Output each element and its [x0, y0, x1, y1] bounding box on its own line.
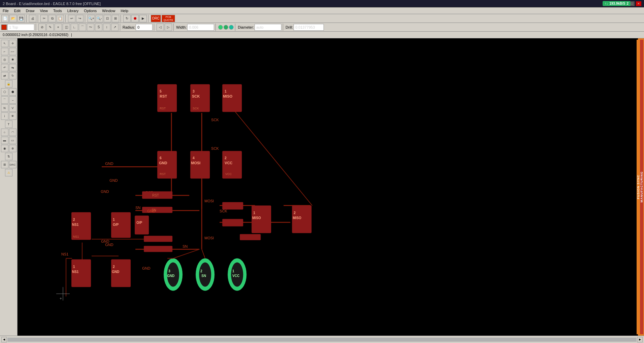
menu-help[interactable]: Help: [118, 8, 131, 13]
run-button[interactable]: ▶: [139, 15, 147, 22]
scroll-right-button[interactable]: ▶: [637, 337, 643, 342]
scroll-track[interactable]: [7, 338, 637, 342]
draw-tool3[interactable]: ⌖: [55, 24, 62, 31]
select-tool[interactable]: ↖: [1, 40, 8, 47]
draw-tool4[interactable]: ◫: [63, 24, 70, 31]
grid-tool[interactable]: ⊞: [1, 161, 8, 168]
info-button[interactable]: DRC: [151, 15, 161, 22]
radius-input[interactable]: [136, 24, 152, 31]
svg-text:MOSI: MOSI: [204, 236, 214, 240]
show-tool[interactable]: 👁: [9, 112, 16, 120]
paste-button[interactable]: 📋: [57, 15, 64, 22]
mirror[interactable]: ⇄: [1, 72, 8, 79]
route-single[interactable]: ⌐: [1, 48, 8, 55]
fanout[interactable]: ✱: [9, 56, 16, 63]
layer-select[interactable]: 1 Top: [7, 24, 34, 31]
svg-text:3: 3: [193, 90, 195, 93]
lt-row1: ↖ ✛: [1, 40, 16, 47]
new-button[interactable]: 📄: [1, 15, 9, 22]
arc-tool[interactable]: ⌣: [9, 96, 16, 104]
draw-tool9[interactable]: ↕: [103, 24, 110, 31]
wire-tool[interactable]: ⌒: [1, 96, 8, 104]
stop-button[interactable]: ⬟: [131, 15, 139, 22]
refresh-button[interactable]: ↻: [123, 15, 131, 22]
menu-tools[interactable]: Tools: [50, 8, 65, 13]
redo-button[interactable]: ↪: [76, 15, 83, 22]
rect-tool2[interactable]: ▭: [9, 137, 16, 144]
info-tool[interactable]: i: [1, 112, 8, 120]
menu-options[interactable]: Options: [81, 8, 99, 13]
autoroute[interactable]: ⇆: [9, 64, 16, 71]
sep-l6: [235, 24, 236, 31]
close-button[interactable]: ✕: [636, 1, 641, 6]
menu-edit[interactable]: Edit: [11, 8, 23, 13]
menu-draw[interactable]: Draw: [23, 8, 37, 13]
color-green1[interactable]: [218, 25, 223, 30]
move2[interactable]: ⇅: [5, 153, 12, 160]
name-tool[interactable]: N: [1, 104, 8, 112]
polygon-tool[interactable]: ⬡: [1, 88, 8, 96]
zoom-in-button[interactable]: 🔍+: [88, 15, 95, 22]
rect-tool[interactable]: ▬: [1, 137, 8, 144]
warn-tool[interactable]: ⚠: [5, 169, 12, 176]
pcb-quote-button[interactable]: PCB QUOTE: [162, 15, 175, 22]
undo-button[interactable]: ↩: [68, 15, 75, 22]
draw-tool7[interactable]: 〜: [87, 24, 94, 31]
polygon-split[interactable]: ⬢: [9, 88, 16, 96]
draw-tool2[interactable]: ✎: [46, 24, 54, 31]
width-select[interactable]: 0.006: [187, 24, 214, 31]
text-tool[interactable]: T: [5, 121, 12, 128]
svg-text:3: 3: [168, 269, 170, 273]
circle-tool[interactable]: ○: [1, 129, 8, 136]
pad-tool[interactable]: ⊕: [9, 145, 16, 152]
layer-color-btn[interactable]: [1, 25, 7, 30]
zoom-out-button[interactable]: 🔍-: [96, 15, 103, 22]
drill-select[interactable]: 0.01377953: [294, 24, 324, 31]
menu-library[interactable]: Library: [65, 8, 81, 13]
color-green3[interactable]: [229, 25, 234, 30]
fusion-sync-tab[interactable]: FUSION SYNC: [637, 40, 640, 334]
svg-text:SN: SN: [182, 244, 188, 248]
hole-tool[interactable]: ◉: [1, 145, 8, 152]
cut-button[interactable]: ✂: [40, 15, 48, 22]
lt-row13: ▬ ▭: [1, 137, 16, 144]
route-multi[interactable]: ⌐⌐: [9, 48, 16, 55]
draw-tool10[interactable]: ↗: [111, 24, 118, 31]
svg-text:5: 5: [160, 90, 162, 93]
draw-tool5[interactable]: ∟: [71, 24, 78, 31]
menu-view[interactable]: View: [37, 8, 50, 13]
copy-button[interactable]: ⧉: [48, 15, 56, 22]
scroll-left-button[interactable]: ◀: [1, 337, 7, 342]
menu-file[interactable]: File: [0, 8, 11, 13]
lock-pad[interactable]: 🔒: [5, 80, 12, 88]
manufacturing-tab[interactable]: MANUFACTURING: [640, 40, 643, 334]
route-tool1[interactable]: ◁: [157, 24, 164, 31]
draw-tool6[interactable]: ⌒: [79, 24, 86, 31]
draw-tool8[interactable]: S: [95, 24, 102, 31]
diameter-label: Diameter:: [238, 25, 254, 29]
zoom-fit-button[interactable]: ⊡: [104, 15, 111, 22]
value-tool[interactable]: V: [9, 104, 16, 112]
save-button[interactable]: 💾: [18, 15, 25, 22]
ripup[interactable]: ↶: [1, 64, 8, 71]
svg-text:+: +: [60, 296, 62, 301]
svg-text:SCK: SCK: [193, 107, 199, 110]
color-green2[interactable]: [224, 25, 228, 30]
open-button[interactable]: 📂: [9, 15, 17, 22]
svg-text:1: 1: [113, 218, 115, 221]
menu-window[interactable]: Window: [99, 8, 118, 13]
diameter-select[interactable]: auto: [255, 24, 281, 31]
print-button[interactable]: 🖨: [29, 15, 36, 22]
arc-tool2[interactable]: ◠: [9, 129, 16, 136]
draw-tool1[interactable]: ⊘: [38, 24, 46, 31]
manufacturing-panel[interactable]: MANUFACTURING FUSION SYNC: [638, 38, 644, 336]
rotate[interactable]: ↻: [9, 72, 16, 79]
svg-text:GND: GND: [147, 209, 156, 213]
add-via[interactable]: ◎: [1, 56, 8, 63]
svg-rect-53: [144, 236, 172, 242]
pcb-canvas[interactable]: RST GND SCK SCK SCK MOSI MOSI SN SN: [18, 38, 644, 336]
zoom-select-button[interactable]: ⊞: [112, 15, 119, 22]
drc-tool[interactable]: DRC: [9, 161, 16, 168]
move-tool[interactable]: ✛: [9, 40, 16, 47]
route-tool2[interactable]: ▷: [165, 24, 172, 31]
